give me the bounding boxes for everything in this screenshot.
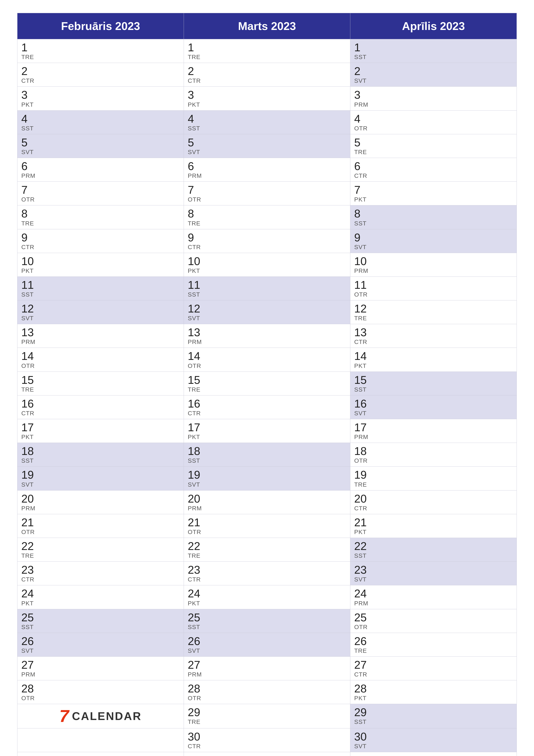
apr-dayname-4: TRE: [354, 149, 513, 156]
feb-day-12: 12: [21, 303, 180, 315]
apr-dayname-27: PKT: [354, 695, 513, 702]
mar-day-19: 19: [188, 469, 346, 481]
apr-dayname-11: TRE: [354, 315, 513, 322]
mar-day-25: 25: [188, 611, 346, 624]
feb-dayname-6: OTR: [21, 196, 180, 203]
apr-dayname-22: SVT: [354, 576, 513, 583]
apr-dayname-25: TRE: [354, 647, 513, 654]
header-march: Marts 2023: [184, 13, 350, 39]
mar-dayname-27: OTR: [188, 695, 346, 702]
mar-day-15: 15: [188, 374, 346, 386]
apr-dayname-17: OTR: [354, 457, 513, 464]
feb-dayname-5: PRM: [21, 173, 180, 179]
feb-day-26: 26: [21, 635, 180, 647]
mar-dayname-23: PKT: [188, 600, 346, 607]
feb-day-3: 3: [21, 89, 180, 101]
feb-day-24: 24: [21, 587, 180, 600]
apr-day-28: 28: [354, 683, 513, 695]
mar-day-16: 16: [188, 398, 346, 410]
apr-dayname-26: CTR: [354, 671, 513, 678]
apr-dayname-29: SVT: [354, 743, 513, 750]
feb-dayname-16: PKT: [21, 434, 180, 441]
apr-dayname-5: CTR: [354, 173, 513, 179]
feb-dayname-2: PKT: [21, 101, 180, 108]
apr-day-5: 5: [354, 136, 513, 149]
mar-dayname-2: PKT: [188, 101, 346, 108]
mar-dayname-18: SVT: [188, 481, 346, 488]
mar-dayname-22: CTR: [188, 576, 346, 583]
feb-day-9: 9: [21, 231, 180, 244]
mar-day-3: 3: [188, 89, 346, 101]
mar-dayname-0: TRE: [188, 54, 346, 61]
feb-day-15: 15: [21, 374, 180, 386]
mar-dayname-29: CTR: [188, 743, 346, 750]
mar-day-21: 21: [188, 516, 346, 528]
feb-dayname-21: TRE: [21, 552, 180, 559]
apr-day-29: 29: [354, 706, 513, 718]
apr-dayname-19: CTR: [354, 505, 513, 512]
feb-dayname-7: TRE: [21, 220, 180, 227]
mar-dayname-9: PKT: [188, 267, 346, 274]
mar-day-10: 10: [188, 255, 346, 267]
apr-day-26: 26: [354, 635, 513, 647]
mar-day-26: 26: [188, 635, 346, 647]
feb-day-28: 28: [21, 683, 180, 695]
mar-dayname-5: PRM: [188, 173, 346, 179]
mar-dayname-15: CTR: [188, 410, 346, 417]
mar-day-8: 8: [188, 207, 346, 220]
apr-day-25: 25: [354, 611, 513, 624]
apr-day-10: 10: [354, 255, 513, 267]
logo: 7 CALENDAR: [21, 706, 180, 726]
apr-dayname-28: SST: [354, 718, 513, 725]
apr-day-21: 21: [354, 516, 513, 528]
feb-dayname-11: SVT: [21, 315, 180, 322]
feb-dayname-23: PKT: [21, 600, 180, 607]
apr-dayname-13: PKT: [354, 363, 513, 369]
mar-day-9: 9: [188, 231, 346, 244]
feb-dayname-19: PRM: [21, 505, 180, 512]
mar-day-18: 18: [188, 445, 346, 457]
feb-dayname-27: OTR: [21, 695, 180, 702]
calendar-table: Februāris 2023 Marts 2023 Aprīlis 2023 1…: [17, 13, 517, 756]
mar-dayname-12: PRM: [188, 338, 346, 345]
feb-day-16: 16: [21, 398, 180, 410]
mar-dayname-26: PRM: [188, 671, 346, 678]
feb-day-2: 2: [21, 65, 180, 77]
apr-day-16: 16: [354, 398, 513, 410]
apr-dayname-12: CTR: [354, 338, 513, 345]
feb-dayname-25: SVT: [21, 647, 180, 654]
mar-day-31: 31: [188, 754, 346, 756]
feb-day-25: 25: [21, 611, 180, 624]
feb-day-4: 4: [21, 113, 180, 125]
apr-day-7: 7: [354, 184, 513, 196]
feb-day-27: 27: [21, 659, 180, 671]
feb-day-19: 19: [21, 469, 180, 481]
mar-dayname-7: TRE: [188, 220, 346, 227]
apr-dayname-9: PRM: [354, 267, 513, 274]
feb-day-18: 18: [21, 445, 180, 457]
apr-day-1: 1: [354, 41, 513, 54]
feb-day-11: 11: [21, 279, 180, 291]
apr-dayname-15: SVT: [354, 410, 513, 417]
mar-day-24: 24: [188, 587, 346, 600]
mar-dayname-17: SST: [188, 457, 346, 464]
mar-day-6: 6: [188, 160, 346, 173]
apr-day-8: 8: [354, 207, 513, 220]
mar-day-20: 20: [188, 493, 346, 505]
mar-day-2: 2: [188, 65, 346, 77]
mar-dayname-20: OTR: [188, 528, 346, 535]
mar-dayname-13: OTR: [188, 363, 346, 369]
apr-dayname-6: PKT: [354, 196, 513, 203]
mar-dayname-8: CTR: [188, 244, 346, 251]
apr-day-15: 15: [354, 374, 513, 386]
apr-dayname-16: PRM: [354, 434, 513, 441]
apr-dayname-0: SST: [354, 54, 513, 61]
apr-dayname-10: OTR: [354, 291, 513, 298]
apr-day-18: 18: [354, 445, 513, 457]
feb-day-5: 5: [21, 136, 180, 149]
apr-dayname-2: PRM: [354, 101, 513, 108]
feb-dayname-20: OTR: [21, 528, 180, 535]
mar-day-27: 27: [188, 659, 346, 671]
feb-day-1: 1: [21, 41, 180, 54]
mar-day-13: 13: [188, 326, 346, 338]
